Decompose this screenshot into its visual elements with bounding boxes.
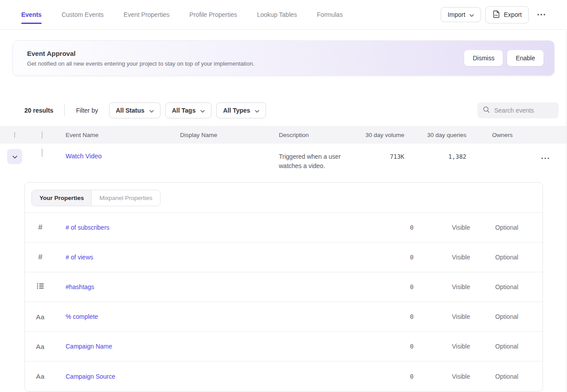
property-name-link[interactable]: # of views — [56, 254, 391, 261]
events-table-header: ↓↑ Event Name Display Name Description 3… — [0, 126, 567, 144]
text-type-icon: Aa — [36, 372, 44, 380]
property-value: 0 — [410, 313, 440, 320]
event-volume: 713K — [390, 149, 408, 160]
top-nav: Events Custom Events Event Properties Pr… — [0, 0, 567, 30]
divider — [64, 105, 65, 116]
nav-tabs: Events Custom Events Event Properties Pr… — [21, 7, 343, 23]
search-box[interactable] — [477, 102, 559, 118]
property-row: #hashtags 0 Visible Optional — [25, 272, 543, 302]
row-expander-button[interactable] — [7, 149, 22, 164]
col-volume: 30 day volume — [365, 132, 408, 138]
tags-filter-label: All Tags — [172, 107, 196, 114]
property-requirement: Optional — [495, 254, 518, 261]
types-filter-label: All Types — [223, 107, 250, 114]
tab-events[interactable]: Events — [21, 7, 42, 23]
chevron-down-icon — [469, 11, 474, 18]
overflow-menu-button[interactable] — [533, 11, 549, 19]
tab-profile-properties[interactable]: Profile Properties — [189, 7, 237, 23]
property-value: 0 — [410, 254, 440, 261]
property-requirement: Optional — [495, 224, 518, 231]
search-icon — [483, 106, 490, 115]
property-value: 0 — [410, 343, 440, 350]
property-visibility: Visible — [452, 254, 470, 261]
dismiss-button[interactable]: Dismiss — [464, 50, 503, 66]
results-count: 20 results — [24, 107, 53, 114]
event-queries: 1,382 — [448, 149, 470, 160]
properties-panel: Your Properties Mixpanel Properties # # … — [24, 182, 543, 392]
property-value: 0 — [410, 224, 440, 231]
filter-row: 20 results Filter by All Status All Tags… — [0, 102, 567, 118]
tab-mixpanel-properties[interactable]: Mixpanel Properties — [91, 190, 160, 206]
chevron-down-icon — [255, 107, 259, 114]
number-type-icon: # — [38, 223, 42, 232]
filter-by-label: Filter by — [76, 107, 98, 114]
property-row: # # of views 0 Visible Optional — [25, 243, 543, 272]
chevron-down-icon — [149, 107, 154, 114]
types-filter-dropdown[interactable]: All Types — [216, 102, 266, 118]
banner-section: Event Approval Get notified on all new e… — [0, 30, 567, 76]
banner-actions: Dismiss Enable — [464, 50, 544, 66]
property-name-link[interactable]: #hashtags — [56, 283, 391, 290]
banner-description: Get notified on all new events entering … — [27, 60, 254, 67]
property-row: Aa Campaign Source 0 Visible Optional — [25, 361, 543, 391]
event-approval-banner: Event Approval Get notified on all new e… — [12, 40, 555, 76]
event-row-watch-video: Watch Video Triggered when a user watche… — [0, 144, 567, 182]
select-all-checkbox[interactable] — [42, 131, 43, 139]
nav-actions: Import csv Export — [441, 6, 549, 24]
export-button[interactable]: csv Export — [485, 6, 529, 24]
col-description: Description — [263, 132, 348, 138]
svg-text:csv: csv — [494, 14, 498, 16]
property-name-link[interactable]: Campaign Source — [56, 373, 391, 380]
property-requirement: Optional — [495, 343, 518, 350]
event-name-link[interactable]: Watch Video — [66, 149, 102, 160]
property-visibility: Visible — [452, 373, 470, 380]
properties-tabbar: Your Properties Mixpanel Properties — [25, 183, 543, 213]
property-name-link[interactable]: # of subscribers — [56, 224, 391, 231]
property-visibility: Visible — [452, 224, 470, 231]
tab-custom-events[interactable]: Custom Events — [62, 7, 104, 23]
ellipsis-icon — [541, 157, 550, 160]
tab-lookup-tables[interactable]: Lookup Tables — [257, 7, 297, 23]
property-visibility: Visible — [452, 313, 470, 320]
col-owners: Owners — [470, 132, 536, 138]
banner-text: Event Approval Get notified on all new e… — [20, 50, 254, 67]
col-queries: 30 day queries — [427, 132, 470, 138]
banner-title: Event Approval — [27, 50, 254, 57]
text-type-icon: Aa — [36, 343, 44, 350]
property-name-link[interactable]: % complete — [56, 313, 391, 320]
row-checkbox[interactable] — [42, 149, 43, 157]
status-filter-label: All Status — [116, 107, 145, 114]
list-type-icon — [37, 283, 44, 291]
property-row: # # of subscribers 0 Visible Optional — [25, 213, 543, 243]
property-row: Aa Campaign Name 0 Visible Optional — [25, 332, 543, 361]
import-button[interactable]: Import — [441, 7, 481, 22]
col-display-name: Display Name — [161, 132, 263, 138]
search-input[interactable] — [494, 107, 552, 114]
row-overflow-menu-button[interactable] — [541, 157, 550, 160]
tab-formulas[interactable]: Formulas — [317, 7, 343, 23]
property-name-link[interactable]: Campaign Name — [56, 343, 391, 350]
arrow-up-glyph: ↑ — [14, 135, 16, 138]
tab-your-properties[interactable]: Your Properties — [32, 190, 91, 206]
property-requirement: Optional — [495, 283, 518, 290]
import-button-label: Import — [448, 11, 465, 18]
status-filter-dropdown[interactable]: All Status — [109, 102, 160, 118]
chevron-down-icon — [200, 107, 205, 114]
property-requirement: Optional — [495, 373, 518, 380]
enable-button[interactable]: Enable — [507, 50, 544, 66]
text-type-icon: Aa — [36, 313, 44, 321]
col-event-name: Event Name — [55, 132, 161, 138]
chevron-down-icon — [12, 153, 17, 161]
tab-event-properties[interactable]: Event Properties — [124, 7, 170, 23]
tags-filter-dropdown[interactable]: All Tags — [165, 102, 211, 118]
property-row: Aa % complete 0 Visible Optional — [25, 302, 543, 332]
properties-tab-control: Your Properties Mixpanel Properties — [31, 190, 160, 206]
collapse-rows-icon[interactable]: ↓↑ — [14, 131, 16, 138]
property-value: 0 — [410, 283, 440, 290]
property-visibility: Visible — [452, 283, 470, 290]
lexicon-page: Events Custom Events Event Properties Pr… — [0, 0, 567, 392]
window-edge — [566, 31, 567, 392]
property-requirement: Optional — [495, 313, 518, 320]
csv-file-icon: csv — [493, 10, 500, 20]
property-value: 0 — [410, 373, 440, 380]
